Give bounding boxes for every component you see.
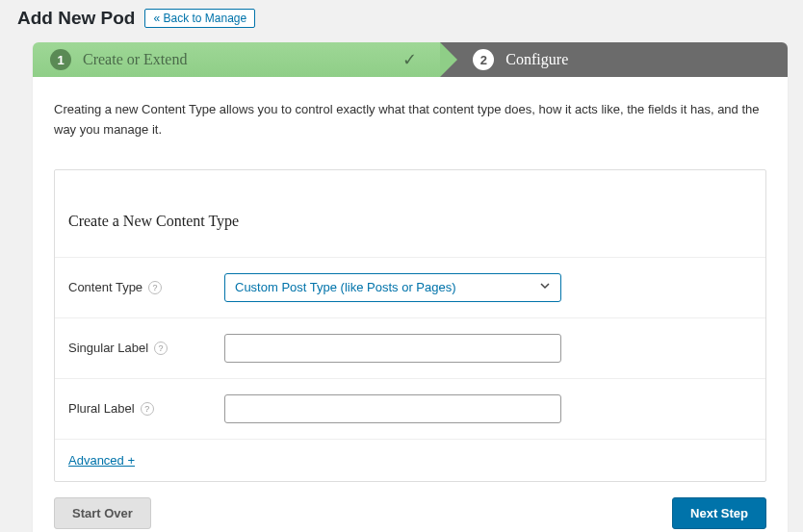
row-advanced: Advanced + — [55, 439, 765, 481]
singular-label-input[interactable] — [224, 334, 561, 363]
start-over-button[interactable]: Start Over — [54, 497, 151, 529]
help-icon[interactable]: ? — [141, 402, 154, 416]
row-content-type: Content Type ? Custom Post Type (like Po… — [55, 257, 765, 317]
step-configure[interactable]: 2 Configure — [440, 42, 788, 77]
step-label-1: Create or Extend — [83, 51, 187, 68]
form-box: Create a New Content Type Content Type ?… — [54, 169, 766, 482]
chevron-down-icon — [539, 280, 551, 294]
intro-text: Creating a new Content Type allows you t… — [54, 100, 766, 140]
form-title: Create a New Content Type — [55, 170, 765, 257]
help-icon[interactable]: ? — [154, 342, 168, 355]
back-to-manage-button[interactable]: « Back to Manage — [144, 9, 255, 28]
wizard-steps: 1 Create or Extend ✓ 2 Configure — [33, 42, 788, 77]
panel-body: Creating a new Content Type allows you t… — [33, 77, 788, 532]
advanced-toggle-link[interactable]: Advanced + — [68, 453, 135, 468]
footer-bar: Start Over Next Step — [54, 497, 766, 529]
row-singular-label: Singular Label ? — [55, 317, 765, 378]
step-number-1: 1 — [50, 49, 71, 70]
page-header: Add New Pod « Back to Manage — [15, 8, 788, 29]
wizard-panel: 1 Create or Extend ✓ 2 Configure Creatin… — [33, 42, 788, 532]
step-label-2: Configure — [505, 51, 568, 68]
page-title: Add New Pod — [17, 8, 135, 29]
next-step-button[interactable]: Next Step — [672, 497, 766, 529]
step-create-or-extend[interactable]: 1 Create or Extend ✓ — [33, 42, 440, 77]
label-plural: Plural Label ? — [68, 401, 224, 416]
label-singular: Singular Label ? — [68, 341, 224, 355]
label-content-type: Content Type ? — [68, 280, 224, 294]
help-icon[interactable]: ? — [148, 281, 162, 294]
row-plural-label: Plural Label ? — [55, 378, 765, 439]
plural-label-input[interactable] — [224, 394, 561, 423]
content-type-select[interactable]: Custom Post Type (like Posts or Pages) — [224, 273, 561, 302]
step-number-2: 2 — [473, 49, 494, 70]
select-value: Custom Post Type (like Posts or Pages) — [235, 280, 456, 294]
check-icon: ✓ — [402, 49, 417, 70]
